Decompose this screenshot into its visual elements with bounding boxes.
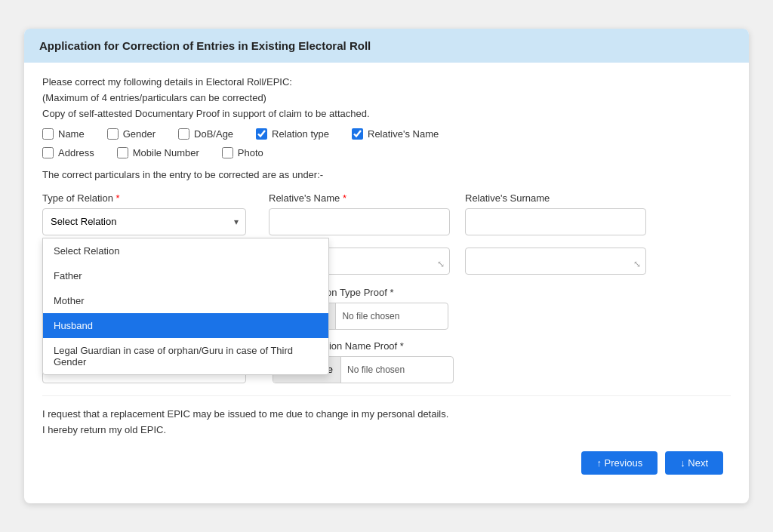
type-of-relation-group: Type of Relation * Select Relation Fathe… — [42, 192, 246, 235]
next-button[interactable]: ↓ Next — [665, 451, 723, 475]
info-line1: Please correct my following details in E… — [42, 76, 731, 88]
checkbox-relname-input[interactable] — [352, 128, 363, 140]
dropdown-option-father[interactable]: Father — [43, 263, 328, 288]
checkbox-relation-label: Relation type — [272, 128, 329, 140]
relatives-surname-label: Relative's Surname — [465, 192, 646, 204]
relatives-name-group: Relative's Name * — [269, 192, 450, 235]
checkbox-name[interactable]: Name — [42, 128, 85, 140]
checkbox-dob-label: DoB/Age — [194, 128, 233, 140]
type-of-relation-select-wrapper[interactable]: Select Relation Father Mother Husband Le… — [42, 208, 246, 235]
resize-icon-relname: ⤡ — [437, 259, 445, 269]
checkbox-dob-input[interactable] — [178, 128, 189, 140]
info-line3: Copy of self-attested Documentary Proof … — [42, 108, 731, 119]
type-of-relation-select[interactable]: Select Relation Father Mother Husband Le… — [42, 208, 246, 235]
upload-relation-type-no-file: No file chosen — [336, 311, 405, 321]
checkbox-address-label: Address — [58, 147, 94, 158]
relatives-name-label: Relative's Name * — [269, 192, 450, 204]
page-title: Application for Correction of Entries in… — [39, 39, 734, 52]
card-body: Please correct my following details in E… — [24, 63, 749, 489]
checkbox-row1: Name Gender DoB/Age Relation type Relati… — [42, 128, 731, 140]
main-card: Application for Correction of Entries in… — [24, 29, 749, 504]
info-line2: (Maximum of 4 entries/particulars can be… — [42, 92, 731, 103]
navigation-buttons: ↑ Previous ↓ Next — [42, 451, 731, 475]
relation-dropdown-overlay: Select Relation Father Mother Husband Le… — [42, 238, 329, 375]
footer-line2: I hereby return my old EPIC. — [42, 423, 731, 438]
footer-note: I request that a replacement EPIC may be… — [42, 407, 731, 438]
checkbox-address[interactable]: Address — [42, 147, 94, 158]
form-row-1: Type of Relation * Select Relation Fathe… — [42, 192, 731, 235]
relsurname-textarea-box: ⤡ — [465, 248, 646, 275]
checkbox-photo[interactable]: Photo — [222, 147, 263, 158]
checkbox-mobile-input[interactable] — [117, 147, 128, 158]
checkbox-mobile-label: Mobile Number — [133, 147, 199, 158]
relatives-surname-group: Relative's Surname — [465, 192, 646, 235]
checkbox-mobile[interactable]: Mobile Number — [117, 147, 199, 158]
section-divider — [42, 395, 731, 396]
checkbox-relation[interactable]: Relation type — [256, 128, 329, 140]
type-of-relation-label: Type of Relation * — [42, 192, 246, 204]
checkbox-photo-input[interactable] — [222, 147, 233, 158]
upload-relname-no-file: No file chosen — [341, 364, 411, 375]
checkbox-gender-input[interactable] — [107, 128, 119, 140]
checkbox-dob[interactable]: DoB/Age — [178, 128, 233, 140]
previous-button[interactable]: ↑ Previous — [581, 451, 658, 475]
checkbox-gender[interactable]: Gender — [107, 128, 156, 140]
checkbox-name-label: Name — [58, 128, 85, 140]
relatives-surname-input[interactable] — [465, 208, 646, 235]
checkbox-row2: Address Mobile Number Photo — [42, 147, 731, 158]
relatives-name-input[interactable] — [269, 208, 450, 235]
checkbox-photo-label: Photo — [238, 147, 263, 158]
checkbox-name-input[interactable] — [42, 128, 54, 140]
resize-icon-relsurname: ⤡ — [633, 259, 641, 269]
section-subtitle: The correct particulars in the entry to … — [42, 169, 731, 180]
checkbox-gender-label: Gender — [123, 128, 156, 140]
dropdown-option-husband[interactable]: Husband — [43, 313, 328, 338]
dropdown-option-guardian[interactable]: Legal Guardian in case of orphan/Guru in… — [43, 338, 328, 374]
checkbox-relname-label: Relative's Name — [368, 128, 439, 140]
checkbox-relname[interactable]: Relative's Name — [352, 128, 439, 140]
textarea-relsurname: ⤡ — [465, 248, 646, 275]
dropdown-option-mother[interactable]: Mother — [43, 288, 328, 313]
checkbox-address-input[interactable] — [42, 147, 54, 158]
footer-line1: I request that a replacement EPIC may be… — [42, 407, 731, 423]
checkbox-relation-input[interactable] — [256, 128, 267, 140]
card-header: Application for Correction of Entries in… — [24, 29, 749, 63]
dropdown-option-select-relation[interactable]: Select Relation — [43, 238, 328, 263]
